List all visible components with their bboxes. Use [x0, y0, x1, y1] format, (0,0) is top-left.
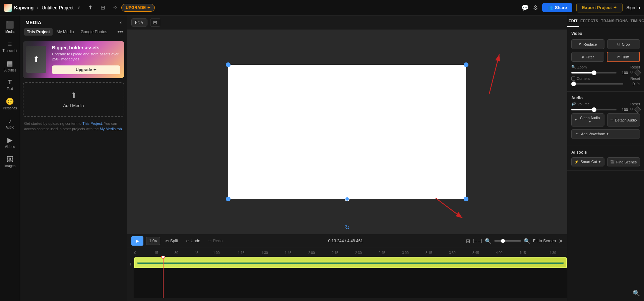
canvas-refresh-button[interactable]: ↻ [345, 224, 350, 231]
sidebar-item-images[interactable]: 🖼 Images [1, 153, 19, 170]
canvas-toolbar: Fit ∨ ⊟ [127, 15, 567, 30]
tab-this-project[interactable]: This Project [24, 28, 53, 36]
handle-top-left[interactable] [226, 62, 231, 67]
corners-reset[interactable]: Reset [630, 77, 640, 81]
hint-this-project-link[interactable]: This Project [82, 121, 102, 126]
crop-button[interactable]: ⊡ Crop [607, 39, 640, 49]
timeline-area: ▶ 1.0× ✂ Split ↩ Undo ↪ Redo 0:13.244 / … [127, 234, 567, 301]
filter-button[interactable]: ◈ Filter [571, 52, 604, 62]
volume-reset[interactable]: Reset [630, 102, 640, 106]
zoom-slider-row: 🔍 Zoom Reset [571, 65, 640, 69]
find-scenes-button[interactable]: 🎬 Find Scenes [607, 157, 640, 166]
tab-edit[interactable]: EDIT [567, 15, 579, 27]
signin-button[interactable]: Sign In [627, 5, 640, 10]
corners-slider-track-row: 0 % [571, 82, 640, 86]
undo-button[interactable]: ↩ Undo [183, 237, 203, 245]
tab-google-photos[interactable]: Google Photos [78, 28, 110, 36]
upload-icon[interactable]: ⬆ [87, 3, 94, 12]
sidebar-item-audio[interactable]: ♪ Audio [1, 114, 19, 132]
timeline-fit-icon[interactable]: ⊢⊣ [473, 238, 482, 244]
canvas-frame[interactable] [228, 65, 466, 199]
sidebar-label-subtitles: Subtitles [3, 68, 16, 72]
ai-tools-title: AI Tools [571, 150, 640, 155]
sidebar-item-personas[interactable]: 🙂 Personas [1, 95, 19, 113]
export-button[interactable]: Export Project ✦ [576, 3, 622, 12]
corners-slider-thumb[interactable] [571, 82, 576, 86]
smart-cut-button[interactable]: ⚡ Smart Cut ✦ [571, 157, 604, 166]
timeline-scrollbar[interactable] [127, 298, 567, 301]
handle-bottom-center[interactable] [345, 197, 349, 201]
sidebar-label-text: Text [7, 87, 13, 91]
tab-transitions[interactable]: TRANSITIONS [600, 15, 629, 27]
volume-keyframe-button[interactable] [634, 106, 641, 113]
track-clip-1[interactable] [134, 257, 567, 268]
replace-button[interactable]: ↺ Replace [571, 39, 604, 49]
add-waveform-button[interactable]: 〜 Add Waveform ✦ [571, 129, 640, 139]
subtitles-icon: ▤ [7, 59, 13, 67]
media-panel: MEDIA ‹ This Project My Media Google Pho… [20, 15, 127, 301]
trim-button[interactable]: ✂ Trim [607, 52, 640, 62]
zoom-reset[interactable]: Reset [630, 65, 640, 69]
collapse-media-button[interactable]: ‹ [120, 19, 122, 26]
timeline-zoom-in-icon[interactable]: 🔍 [524, 238, 530, 244]
timeline-close-button[interactable]: ✕ [559, 238, 563, 244]
play-button[interactable]: ▶ [131, 236, 143, 246]
svg-text::30: :30 [174, 251, 178, 255]
upgrade-button[interactable]: UPGRADE ✦ [121, 4, 154, 12]
fit-button[interactable]: Fit ∨ [131, 18, 147, 27]
volume-slider-track[interactable] [571, 109, 617, 110]
tab-timing[interactable]: TIMING [629, 15, 644, 27]
logo-icon [4, 4, 12, 12]
speed-button[interactable]: 1.0× [146, 237, 160, 245]
timeline-toolbar: ▶ 1.0× ✂ Split ↩ Undo ↪ Redo 0:13.244 / … [127, 234, 567, 248]
handle-bottom-left[interactable] [226, 197, 231, 201]
corners-slider-track[interactable] [571, 83, 623, 85]
canvas-copy-button[interactable]: ⊟ [150, 18, 160, 27]
top-nav: Kapwing › Untitled Project ∨ ⬆ ⊟ ✧ UPGRA… [0, 0, 644, 15]
sidebar-item-subtitles[interactable]: ▤ Subtitles [1, 57, 19, 75]
add-media-area[interactable]: ⬆ Add Media [23, 82, 124, 117]
timeline-layers-icon[interactable]: ⊞ [466, 238, 470, 244]
right-panel-search-button[interactable]: 🔍 [633, 290, 640, 297]
zoom-slider-thumb[interactable] [592, 70, 596, 75]
fit-screen-button[interactable]: Fit to Screen [533, 239, 556, 243]
right-panel-footer: 🔍 [567, 286, 644, 301]
history-icon[interactable]: ⊟ [99, 3, 106, 12]
upgrade-card-button[interactable]: Upgrade ✦ [52, 65, 120, 74]
clean-audio-button[interactable]: ✦ Clean Audio ✦ [571, 113, 604, 127]
sidebar-item-videos[interactable]: ▶ Videos [1, 133, 19, 151]
clean-audio-icon: ✦ [574, 118, 577, 122]
handle-top-right[interactable] [464, 62, 468, 67]
detach-audio-button[interactable]: ⊣ Detach Audio [607, 113, 640, 127]
redo-button[interactable]: ↪ Redo [206, 237, 226, 245]
sidebar-item-transcript[interactable]: ≡ Transcript [1, 38, 19, 55]
share-button[interactable]: 👥 Share [542, 3, 572, 12]
media-tabs-more[interactable]: ••• [117, 29, 123, 35]
chat-icon[interactable]: 💬 [521, 4, 529, 11]
timeline-zoom-out-icon[interactable]: 🔍 [485, 238, 492, 244]
timeline-zoom-slider[interactable] [494, 240, 521, 242]
zoom-value: 100 [619, 71, 628, 75]
handle-bottom-right[interactable] [464, 197, 468, 201]
sidebar-item-text[interactable]: T Text [1, 76, 19, 93]
corners-checkbox[interactable] [571, 77, 575, 81]
settings-icon[interactable]: ⚙ [533, 4, 538, 11]
zoom-keyframe-button[interactable] [634, 69, 641, 76]
tab-my-media[interactable]: My Media [54, 28, 77, 36]
hint-my-media-link[interactable]: My Media tab [100, 127, 122, 131]
split-button[interactable]: ✂ Split [163, 237, 181, 245]
sidebar-label-personas: Personas [3, 106, 17, 110]
svg-text:1:15: 1:15 [238, 251, 245, 255]
audio-icon: ♪ [8, 117, 12, 124]
lightbulb-icon[interactable]: ✧ [112, 3, 119, 12]
sidebar-item-media[interactable]: ⬛ Media [1, 18, 19, 36]
volume-slider-thumb[interactable] [592, 107, 596, 112]
tab-effects[interactable]: EFFECTS [579, 15, 600, 27]
media-hint: Get started by uploading content to This… [23, 121, 124, 132]
corners-slider-label: Corners [571, 77, 588, 81]
track-number-1: 1 [127, 257, 134, 271]
upgrade-card-title: Bigger, bolder assets [52, 45, 120, 50]
zoom-slider-track[interactable] [571, 72, 617, 73]
project-name-chevron[interactable]: ∨ [77, 5, 80, 10]
playhead[interactable] [163, 256, 164, 298]
